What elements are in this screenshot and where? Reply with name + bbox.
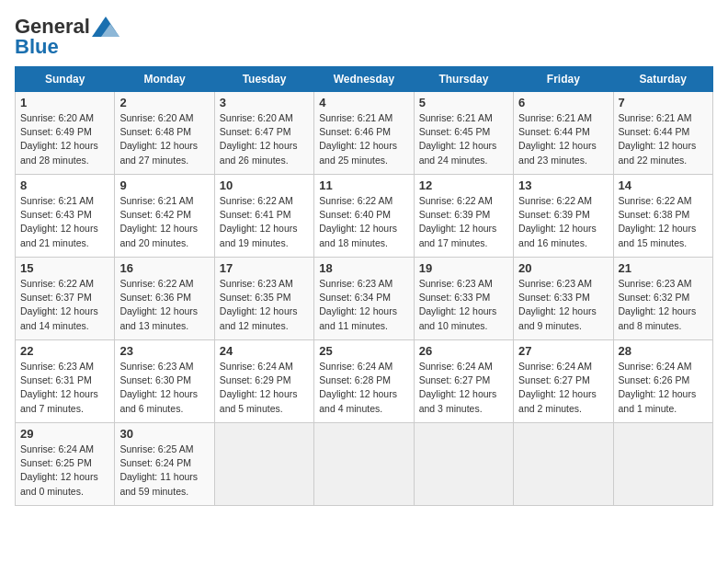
day-number: 10 — [220, 178, 309, 192]
logo-icon — [92, 17, 119, 37]
day-info: Sunrise: 6:22 AM Sunset: 6:40 PM Dayligh… — [319, 194, 408, 250]
day-info: Sunrise: 6:23 AM Sunset: 6:31 PM Dayligh… — [20, 360, 109, 416]
day-number: 14 — [619, 178, 708, 192]
calendar-cell: 21 Sunrise: 6:23 AM Sunset: 6:32 PM Dayl… — [613, 258, 712, 340]
calendar-cell: 22 Sunrise: 6:23 AM Sunset: 6:31 PM Dayl… — [16, 340, 115, 423]
day-info: Sunrise: 6:20 AM Sunset: 6:49 PM Dayligh… — [20, 111, 109, 167]
calendar-cell: 3 Sunrise: 6:20 AM Sunset: 6:47 PM Dayli… — [214, 92, 313, 175]
calendar-cell: 4 Sunrise: 6:21 AM Sunset: 6:46 PM Dayli… — [314, 92, 414, 175]
calendar-cell: 28 Sunrise: 6:24 AM Sunset: 6:26 PM Dayl… — [613, 340, 712, 423]
calendar-cell — [314, 423, 414, 506]
day-number: 27 — [518, 344, 608, 358]
day-number: 11 — [319, 178, 408, 192]
day-number: 30 — [119, 427, 209, 441]
day-number: 25 — [319, 344, 408, 358]
day-number: 3 — [220, 96, 309, 109]
day-info: Sunrise: 6:24 AM Sunset: 6:28 PM Dayligh… — [319, 360, 408, 416]
day-info: Sunrise: 6:24 AM Sunset: 6:27 PM Dayligh… — [518, 360, 608, 416]
calendar-cell: 20 Sunrise: 6:23 AM Sunset: 6:33 PM Dayl… — [514, 258, 613, 340]
day-number: 20 — [518, 261, 608, 275]
header-thursday: Thursday — [414, 67, 513, 92]
calendar-cell: 7 Sunrise: 6:21 AM Sunset: 6:44 PM Dayli… — [613, 92, 712, 175]
calendar-cell: 30 Sunrise: 6:25 AM Sunset: 6:24 PM Dayl… — [115, 423, 214, 506]
day-number: 22 — [20, 344, 109, 358]
day-info: Sunrise: 6:20 AM Sunset: 6:48 PM Dayligh… — [119, 111, 209, 167]
day-number: 28 — [619, 344, 708, 358]
day-info: Sunrise: 6:24 AM Sunset: 6:27 PM Dayligh… — [419, 360, 508, 416]
calendar-cell: 18 Sunrise: 6:23 AM Sunset: 6:34 PM Dayl… — [314, 258, 414, 340]
calendar-cell: 8 Sunrise: 6:21 AM Sunset: 6:43 PM Dayli… — [16, 175, 115, 258]
day-info: Sunrise: 6:22 AM Sunset: 6:37 PM Dayligh… — [20, 277, 109, 333]
calendar-cell: 14 Sunrise: 6:22 AM Sunset: 6:38 PM Dayl… — [613, 175, 712, 258]
day-info: Sunrise: 6:22 AM Sunset: 6:39 PM Dayligh… — [419, 194, 508, 250]
day-info: Sunrise: 6:23 AM Sunset: 6:35 PM Dayligh… — [220, 277, 309, 333]
day-number: 17 — [220, 261, 309, 275]
day-number: 8 — [20, 178, 109, 192]
day-number: 26 — [419, 344, 508, 358]
calendar-cell: 25 Sunrise: 6:24 AM Sunset: 6:28 PM Dayl… — [314, 340, 414, 423]
day-number: 18 — [319, 261, 408, 275]
header-monday: Monday — [115, 67, 214, 92]
calendar-cell: 11 Sunrise: 6:22 AM Sunset: 6:40 PM Dayl… — [314, 175, 414, 258]
calendar-week-4: 29 Sunrise: 6:24 AM Sunset: 6:25 PM Dayl… — [16, 423, 713, 506]
calendar-cell: 29 Sunrise: 6:24 AM Sunset: 6:25 PM Dayl… — [16, 423, 115, 506]
day-number: 19 — [419, 261, 508, 275]
header-tuesday: Tuesday — [214, 67, 313, 92]
day-number: 16 — [119, 261, 209, 275]
day-info: Sunrise: 6:20 AM Sunset: 6:47 PM Dayligh… — [220, 111, 309, 167]
calendar-cell: 27 Sunrise: 6:24 AM Sunset: 6:27 PM Dayl… — [514, 340, 613, 423]
calendar-cell: 26 Sunrise: 6:24 AM Sunset: 6:27 PM Dayl… — [414, 340, 513, 423]
day-info: Sunrise: 6:21 AM Sunset: 6:44 PM Dayligh… — [518, 111, 608, 167]
day-number: 1 — [20, 96, 109, 109]
calendar-week-1: 8 Sunrise: 6:21 AM Sunset: 6:43 PM Dayli… — [16, 175, 713, 258]
calendar-cell: 17 Sunrise: 6:23 AM Sunset: 6:35 PM Dayl… — [214, 258, 313, 340]
day-number: 2 — [119, 96, 209, 109]
calendar-cell: 12 Sunrise: 6:22 AM Sunset: 6:39 PM Dayl… — [414, 175, 513, 258]
day-info: Sunrise: 6:22 AM Sunset: 6:41 PM Dayligh… — [220, 194, 309, 250]
page-header: General Blue — [15, 15, 713, 59]
calendar-cell — [514, 423, 613, 506]
day-number: 23 — [119, 344, 209, 358]
day-info: Sunrise: 6:23 AM Sunset: 6:33 PM Dayligh… — [419, 277, 508, 333]
calendar-cell: 16 Sunrise: 6:22 AM Sunset: 6:36 PM Dayl… — [115, 258, 214, 340]
day-info: Sunrise: 6:21 AM Sunset: 6:46 PM Dayligh… — [319, 111, 408, 167]
day-info: Sunrise: 6:23 AM Sunset: 6:33 PM Dayligh… — [518, 277, 608, 333]
calendar-cell: 2 Sunrise: 6:20 AM Sunset: 6:48 PM Dayli… — [115, 92, 214, 175]
calendar-cell — [214, 423, 313, 506]
calendar-header-row: SundayMondayTuesdayWednesdayThursdayFrid… — [16, 67, 713, 92]
day-number: 9 — [119, 178, 209, 192]
day-info: Sunrise: 6:22 AM Sunset: 6:36 PM Dayligh… — [119, 277, 209, 333]
calendar-week-0: 1 Sunrise: 6:20 AM Sunset: 6:49 PM Dayli… — [16, 92, 713, 175]
logo: General Blue — [15, 15, 119, 59]
day-info: Sunrise: 6:24 AM Sunset: 6:26 PM Dayligh… — [619, 360, 708, 416]
calendar-cell — [414, 423, 513, 506]
calendar-table: SundayMondayTuesdayWednesdayThursdayFrid… — [15, 66, 713, 506]
day-info: Sunrise: 6:22 AM Sunset: 6:39 PM Dayligh… — [518, 194, 608, 250]
calendar-cell: 9 Sunrise: 6:21 AM Sunset: 6:42 PM Dayli… — [115, 175, 214, 258]
calendar-cell: 5 Sunrise: 6:21 AM Sunset: 6:45 PM Dayli… — [414, 92, 513, 175]
calendar-week-2: 15 Sunrise: 6:22 AM Sunset: 6:37 PM Dayl… — [16, 258, 713, 340]
day-number: 13 — [518, 178, 608, 192]
day-number: 12 — [419, 178, 508, 192]
day-info: Sunrise: 6:21 AM Sunset: 6:45 PM Dayligh… — [419, 111, 508, 167]
calendar-cell: 24 Sunrise: 6:24 AM Sunset: 6:29 PM Dayl… — [214, 340, 313, 423]
header-sunday: Sunday — [16, 67, 115, 92]
calendar-cell: 1 Sunrise: 6:20 AM Sunset: 6:49 PM Dayli… — [16, 92, 115, 175]
day-number: 4 — [319, 96, 408, 109]
header-wednesday: Wednesday — [314, 67, 414, 92]
calendar-cell: 19 Sunrise: 6:23 AM Sunset: 6:33 PM Dayl… — [414, 258, 513, 340]
day-number: 24 — [220, 344, 309, 358]
day-number: 15 — [20, 261, 109, 275]
day-info: Sunrise: 6:21 AM Sunset: 6:43 PM Dayligh… — [20, 194, 109, 250]
day-info: Sunrise: 6:22 AM Sunset: 6:38 PM Dayligh… — [619, 194, 708, 250]
header-saturday: Saturday — [613, 67, 712, 92]
logo-blue: Blue — [15, 35, 59, 59]
calendar-cell: 23 Sunrise: 6:23 AM Sunset: 6:30 PM Dayl… — [115, 340, 214, 423]
day-number: 5 — [419, 96, 508, 109]
day-info: Sunrise: 6:24 AM Sunset: 6:25 PM Dayligh… — [20, 442, 109, 499]
day-number: 21 — [619, 261, 708, 275]
day-info: Sunrise: 6:25 AM Sunset: 6:24 PM Dayligh… — [119, 442, 209, 499]
day-info: Sunrise: 6:23 AM Sunset: 6:32 PM Dayligh… — [619, 277, 708, 333]
day-number: 7 — [619, 96, 708, 109]
day-number: 29 — [20, 427, 109, 441]
